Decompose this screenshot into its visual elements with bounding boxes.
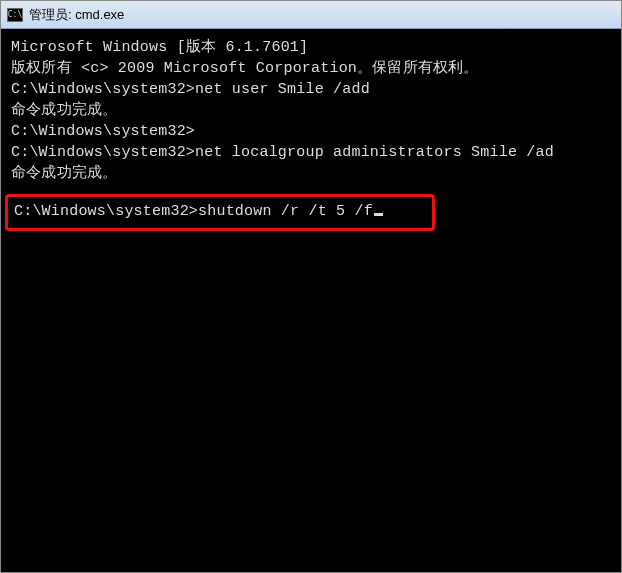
cmd-window: C:\ 管理员: cmd.exe Microsoft Windows [版本 6… — [0, 0, 622, 573]
prompt-line: C:\Windows\system32>net localgroup admin… — [11, 142, 611, 163]
window-title: 管理员: cmd.exe — [29, 6, 124, 24]
command-text: shutdown /r /t 5 /f — [198, 203, 373, 220]
output-line: 命令成功完成。 — [11, 163, 611, 184]
terminal-area[interactable]: Microsoft Windows [版本 6.1.7601]版权所有 <c> … — [1, 29, 621, 572]
highlight-annotation: C:\Windows\system32>shutdown /r /t 5 /f — [5, 194, 435, 231]
output-line: Microsoft Windows [版本 6.1.7601] — [11, 37, 611, 58]
output-line: 命令成功完成。 — [11, 100, 611, 121]
output-line: 版权所有 <c> 2009 Microsoft Corporation。保留所有… — [11, 58, 611, 79]
cmd-icon-label: C:\ — [8, 10, 22, 19]
titlebar[interactable]: C:\ 管理员: cmd.exe — [1, 1, 621, 29]
prompt-line: C:\Windows\system32> — [11, 121, 611, 142]
prompt-text: C:\Windows\system32> — [14, 203, 198, 220]
prompt-line: C:\Windows\system32>net user Smile /add — [11, 79, 611, 100]
cmd-icon: C:\ — [7, 8, 23, 22]
cursor-icon — [374, 213, 383, 216]
